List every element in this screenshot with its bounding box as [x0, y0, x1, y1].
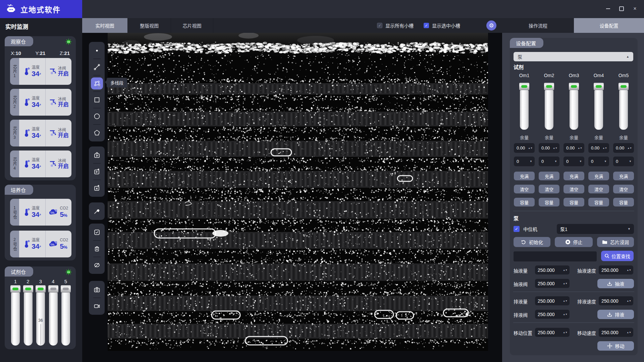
confirm-selection-icon[interactable]: [91, 226, 103, 238]
spinner-arrows-icon[interactable]: ▲▼: [563, 313, 570, 315]
slot-dropdown[interactable]: 0▼: [613, 157, 634, 166]
capacity-button[interactable]: 容量: [539, 198, 559, 206]
fill-button[interactable]: 充满: [588, 172, 609, 180]
remain-spinner[interactable]: 0.00▲▼: [588, 143, 609, 153]
slot-dropdown[interactable]: 0▼: [564, 157, 584, 166]
tab-live-view[interactable]: 实时视图: [82, 18, 128, 33]
move-speed-spinner[interactable]: 250.000▲▼: [599, 328, 633, 337]
pump-select[interactable]: 泵1▼: [557, 224, 634, 234]
minimize-button[interactable]: [604, 4, 612, 13]
toggle-show-selected-slots[interactable]: ✓ 显示选中小槽: [424, 22, 460, 29]
record-video-icon[interactable]: [91, 300, 103, 312]
spinner-arrows-icon[interactable]: ▲▼: [627, 331, 633, 334]
tab-operation-flow[interactable]: 操作流程: [502, 18, 574, 33]
chip-soak-button[interactable]: 芯片浸润: [597, 237, 634, 247]
run-box-icon[interactable]: [91, 149, 103, 161]
empty-button[interactable]: 清空: [588, 185, 609, 193]
capacity-button[interactable]: 容量: [588, 198, 609, 206]
delete-selection-icon[interactable]: [91, 243, 103, 255]
culture-chamber-panel: 培养仓 1号仓 温度34° CO₂ CO25% 2号仓: [5, 185, 76, 260]
thermometer-icon: [23, 67, 30, 76]
aspirate-volume-spinner[interactable]: 250.000▲▼: [535, 265, 570, 275]
ice-valve-icon: ❄: [48, 160, 56, 168]
polyline-tool[interactable]: [91, 77, 103, 89]
capacity-button[interactable]: 容量: [564, 198, 584, 206]
chip-name: 芯片2: [10, 89, 19, 116]
spinner-arrows-icon[interactable]: ▲▼: [627, 147, 634, 149]
spinner-arrows-icon[interactable]: ▲▼: [528, 147, 535, 149]
aspirate-volume-row: 抽液量 250.000▲▼ 抽液速度 250.000▲▼: [510, 265, 638, 275]
spinner-arrows-icon[interactable]: ▲▼: [553, 147, 559, 149]
hide-overlay-icon[interactable]: [91, 259, 103, 271]
tube-cap: [36, 285, 46, 293]
color-picker-icon[interactable]: [91, 205, 103, 217]
tube-cap: [594, 83, 604, 90]
chip-name: 芯片1: [10, 58, 19, 85]
slot-dropdown[interactable]: 0▼: [588, 157, 609, 166]
middleware-checkbox[interactable]: ✓: [514, 226, 520, 232]
clear-box-icon[interactable]: [91, 182, 103, 194]
position-search-input[interactable]: [514, 251, 597, 261]
spinner-arrows-icon[interactable]: ▲▼: [602, 147, 609, 149]
spinner-arrows-icon[interactable]: ▲▼: [563, 300, 570, 302]
slot-dropdown[interactable]: 0▼: [514, 157, 535, 166]
remain-spinner[interactable]: 0.00▲▼: [613, 143, 634, 153]
move-position-spinner[interactable]: 250.000▲▼: [535, 328, 570, 337]
toggle-label: 显示所有小槽: [385, 22, 414, 29]
checkbox-show-all-slots[interactable]: ✓: [377, 23, 382, 28]
spinner-arrows-icon[interactable]: ▲▼: [563, 282, 570, 285]
snapshot-icon[interactable]: [91, 284, 103, 296]
picker-group: [89, 202, 105, 220]
init-button[interactable]: 初始化: [514, 237, 550, 247]
drain-valve-spinner[interactable]: 250.000▲▼: [535, 310, 570, 319]
remain-spinner[interactable]: 0.00▲▼: [539, 143, 559, 153]
empty-button[interactable]: 清空: [564, 185, 584, 193]
empty-button[interactable]: 清空: [613, 185, 634, 193]
spinner-arrows-icon[interactable]: ▲▼: [563, 269, 570, 271]
maximize-button[interactable]: [617, 4, 626, 13]
fill-button[interactable]: 充满: [539, 172, 559, 180]
settings-button[interactable]: ⚙: [486, 20, 496, 31]
move-button[interactable]: 移动: [597, 341, 634, 351]
spinner-arrows-icon[interactable]: ▲▼: [627, 300, 633, 302]
rectangle-tool[interactable]: [91, 94, 103, 106]
device-selector[interactable]: 泵▲: [514, 52, 633, 61]
spinner-arrows-icon[interactable]: ▲▼: [578, 147, 584, 149]
drain-speed-spinner[interactable]: 250.000▲▼: [599, 296, 633, 305]
stop-button[interactable]: 停止: [555, 237, 593, 247]
fill-button[interactable]: 充满: [613, 172, 634, 180]
tab-chip-view[interactable]: 芯片视图: [171, 18, 213, 33]
circle-tool[interactable]: [91, 110, 103, 122]
stage-coordinates: X:10 Y:21 Z:21: [11, 50, 70, 56]
tool-tooltip: 多线段: [107, 78, 127, 87]
microscopy-image[interactable]: [108, 33, 488, 351]
line-tool[interactable]: [91, 61, 103, 73]
close-button[interactable]: ×: [631, 4, 639, 13]
toggle-show-all-slots[interactable]: ✓ 显示所有小槽: [377, 22, 414, 29]
checkbox-show-selected-slots[interactable]: ✓: [424, 23, 429, 28]
replay-box-icon[interactable]: [91, 166, 103, 178]
capacity-button[interactable]: 容量: [514, 198, 535, 206]
empty-button[interactable]: 清空: [514, 185, 535, 193]
remain-spinner[interactable]: 0.00▲▼: [514, 143, 535, 153]
slot-dropdown[interactable]: 0▼: [539, 157, 559, 166]
empty-button[interactable]: 清空: [539, 185, 559, 193]
tab-full-view[interactable]: 整版视图: [128, 18, 171, 33]
drain-volume-spinner[interactable]: 250.000▲▼: [535, 296, 570, 305]
remain-spinner[interactable]: 0.00▲▼: [564, 143, 584, 153]
aspirate-speed-spinner[interactable]: 250.000▲▼: [599, 265, 633, 275]
spinner-arrows-icon[interactable]: ▲▼: [627, 269, 633, 271]
tab-device-config[interactable]: 设备配置: [574, 18, 644, 33]
spinner-arrows-icon[interactable]: ▲▼: [563, 331, 570, 334]
locate-button[interactable]: 位置查找: [601, 251, 634, 261]
polygon-tool[interactable]: [91, 127, 103, 139]
fill-button[interactable]: 充满: [564, 172, 584, 180]
fill-button[interactable]: 充满: [514, 172, 535, 180]
drain-button[interactable]: 排液: [597, 310, 634, 319]
draw-tools-group: [89, 42, 105, 141]
point-tool[interactable]: [91, 45, 103, 57]
reagent-tubes: 36: [10, 285, 71, 346]
aspirate-valve-spinner[interactable]: 250.000▲▼: [535, 279, 570, 288]
aspirate-button[interactable]: 抽液: [597, 279, 634, 288]
capacity-button[interactable]: 容量: [613, 198, 634, 206]
